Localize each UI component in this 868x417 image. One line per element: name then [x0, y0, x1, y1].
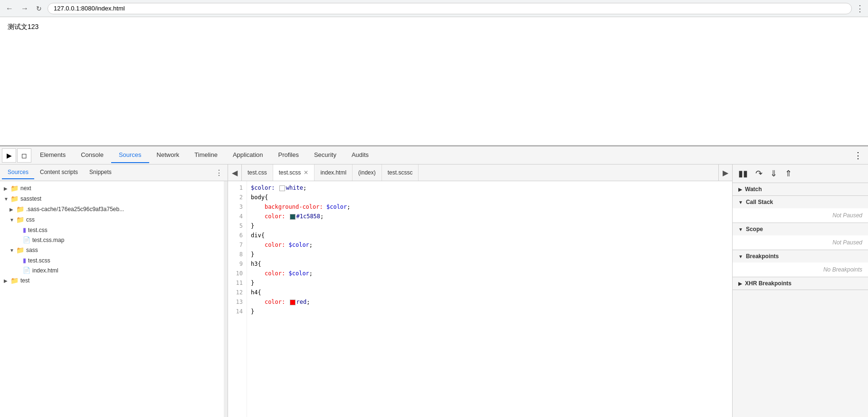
scope-chevron-icon: ▼	[738, 227, 743, 232]
scss-file-icon: ▮	[23, 257, 26, 264]
call-stack-chevron-icon: ▼	[738, 200, 743, 205]
sources-tab-sources[interactable]: Sources	[2, 166, 34, 179]
tab-network[interactable]: Network	[149, 147, 187, 163]
list-item[interactable]: ▶ 📁 .sass-cache/176ea25c96c9af3a75eb...	[0, 204, 224, 214]
list-item[interactable]: ▼ 📁 css	[0, 214, 224, 225]
editor-tab-next-button[interactable]: ▶	[718, 165, 732, 181]
file-label: test.scss	[28, 257, 50, 264]
editor-tab-label: (index)	[358, 169, 376, 176]
code-line: body{	[251, 193, 728, 202]
line-num: 7	[228, 240, 247, 250]
editor-tab-index-html[interactable]: index.html	[315, 165, 353, 181]
css-file-icon: ▮	[23, 226, 26, 233]
line-num: 10	[228, 269, 247, 278]
tab-sources[interactable]: Sources	[111, 147, 149, 163]
xhr-breakpoints-section-header[interactable]: ▶ XHR Breakpoints	[733, 277, 868, 290]
breakpoints-chevron-icon: ▼	[738, 254, 743, 259]
list-item[interactable]: ▼ 📁 sass	[0, 245, 224, 255]
list-item[interactable]: ▶ 📁 test	[0, 275, 224, 286]
reload-button[interactable]: ↻	[34, 4, 44, 13]
sources-tab-snippets[interactable]: Snippets	[84, 166, 117, 179]
code-line: color: red;	[251, 297, 728, 307]
step-into-button[interactable]: ⇓	[768, 167, 779, 180]
address-bar[interactable]	[48, 3, 852, 14]
devtools-more-icon[interactable]: ⋮	[850, 150, 866, 161]
browser-bar: ← → ↻ ⋮	[0, 0, 868, 17]
code-panel: ◀ test.css test.scss ✕ index.html (index…	[228, 165, 733, 417]
code-line: color: #1c5858;	[251, 212, 728, 221]
code-line: }	[251, 221, 728, 231]
editor-tab-test-css[interactable]: test.css	[242, 165, 273, 181]
list-item[interactable]: 📄 index.html	[0, 265, 224, 275]
back-button[interactable]: ←	[4, 3, 15, 14]
line-num: 8	[228, 250, 247, 259]
file-label: sass	[26, 247, 38, 253]
vertical-scrollbar[interactable]	[224, 181, 228, 417]
pause-button[interactable]: ▮▮	[736, 167, 750, 180]
editor-tab-test-scss[interactable]: test.scss ✕	[273, 165, 315, 181]
tree-toggle-spacer	[16, 227, 23, 233]
color-swatch[interactable]	[290, 214, 296, 220]
code-line: color: $color;	[251, 269, 728, 278]
watch-section-header[interactable]: ▶ Watch	[733, 183, 868, 195]
sources-more-button[interactable]: ⋮	[212, 168, 226, 177]
list-item[interactable]: 📄 test.css.map	[0, 235, 224, 245]
tab-profiles[interactable]: Profiles	[271, 147, 306, 163]
code-line: h3{	[251, 259, 728, 269]
editor-tab-index[interactable]: (index)	[353, 165, 382, 181]
sources-sidebar: Sources Content scripts Snippets ⋮ ▶ 📁 n…	[0, 165, 228, 417]
file-label: sasstest	[20, 195, 41, 202]
sources-tab-content-scripts[interactable]: Content scripts	[34, 166, 84, 179]
tab-elements[interactable]: Elements	[32, 147, 73, 163]
call-stack-section: ▼ Call Stack Not Paused	[733, 196, 868, 223]
call-stack-section-header[interactable]: ▼ Call Stack	[733, 196, 868, 208]
line-num: 4	[228, 212, 247, 221]
code-line: $color: white;	[251, 183, 728, 193]
editor-tab-test-scssc[interactable]: test.scssc	[382, 165, 419, 181]
tab-application[interactable]: Application	[225, 147, 271, 163]
page-content: 测试文123	[0, 17, 868, 145]
code-line: background-color: $color;	[251, 202, 728, 212]
list-item[interactable]: ▮ test.css	[0, 225, 224, 235]
scope-section-header[interactable]: ▼ Scope	[733, 223, 868, 235]
code-editor[interactable]: 1 2 3 4 5 6 7 8 9 10 11 12 13 14	[228, 181, 732, 417]
code-line: }	[251, 250, 728, 259]
debug-toolbar: ▮▮ ↷ ⇓ ⇑	[733, 165, 868, 183]
tree-toggle-next: ▶	[4, 186, 10, 191]
list-item[interactable]: ▼ 📁 sasstest	[0, 194, 224, 204]
close-tab-icon[interactable]: ✕	[304, 169, 308, 176]
folder-icon: 📁	[16, 205, 24, 213]
editor-tab-label: index.html	[320, 169, 346, 176]
breakpoints-section-header[interactable]: ▼ Breakpoints	[733, 250, 868, 262]
folder-icon: 📁	[10, 277, 19, 284]
color-swatch[interactable]	[290, 300, 296, 305]
code-line: }	[251, 307, 728, 316]
file-label: test.css	[28, 227, 48, 233]
tab-security[interactable]: Security	[306, 147, 344, 163]
tab-console[interactable]: Console	[73, 147, 111, 163]
line-num: 11	[228, 278, 247, 288]
browser-menu-icon[interactable]: ⋮	[856, 3, 864, 14]
tab-audits[interactable]: Audits	[344, 147, 376, 163]
file-label: next	[20, 185, 31, 192]
xhr-breakpoints-chevron-icon: ▶	[738, 281, 742, 286]
list-item[interactable]: ▮ test.scss	[0, 255, 224, 265]
line-num: 9	[228, 259, 247, 269]
call-stack-label: Call Stack	[746, 199, 773, 205]
device-toolbar-icon[interactable]: ◻	[17, 148, 31, 163]
color-swatch[interactable]	[279, 185, 285, 191]
step-out-button[interactable]: ⇑	[783, 167, 794, 180]
line-num: 3	[228, 202, 247, 212]
list-item[interactable]: ▶ 📁 next	[0, 183, 224, 194]
step-over-button[interactable]: ↷	[754, 167, 764, 180]
page-text: 测试文123	[8, 23, 38, 30]
inspect-element-icon[interactable]: ▶	[2, 148, 16, 163]
tree-toggle-sass-cache: ▶	[10, 207, 16, 212]
editor-tab-label: test.scss	[279, 169, 301, 176]
forward-button[interactable]: →	[19, 3, 30, 14]
tab-timeline[interactable]: Timeline	[187, 147, 225, 163]
tree-toggle-css: ▼	[10, 217, 16, 223]
editor-tab-prev-button[interactable]: ◀	[228, 165, 242, 181]
file-label: .sass-cache/176ea25c96c9af3a75eb...	[26, 206, 124, 213]
tree-toggle-spacer4	[16, 268, 23, 273]
